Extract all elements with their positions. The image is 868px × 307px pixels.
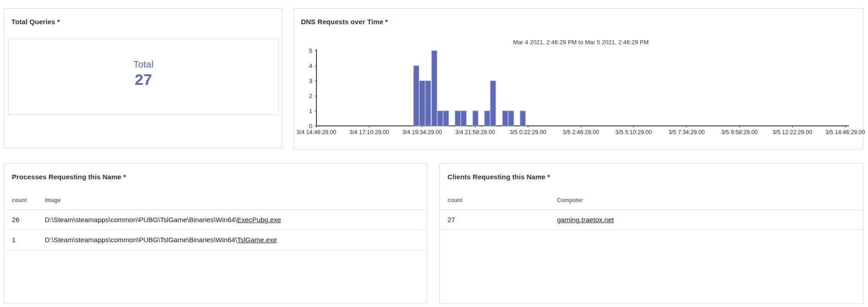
panel-title: Clients Requesting this Name * [447,173,550,181]
table-row: 26 D:\Steam\steamapps\common\PUBG\TslGam… [4,210,427,230]
histogram-bar[interactable] [502,111,508,126]
table-row: 27 gaming.traetox.net [440,210,863,230]
x-tick-label: 3/5 7:34:29.00 [668,129,705,135]
y-tick-label: 1 [309,108,312,114]
panel-clients-requesting: Clients Requesting this Name * count Com… [439,163,863,304]
processes-table: count Image 26 D:\Steam\steamapps\common… [4,191,427,250]
x-tick-label: 3/5 5:10:29.00 [615,129,652,135]
column-header-count: count [440,191,557,210]
dns-histogram-chart[interactable]: 0123453/4 14:46:29.003/4 17:10:29.003/4 … [294,9,863,148]
histogram-bar[interactable] [508,111,514,126]
path-prefix: D:\Steam\steamapps\common\PUBG\TslGame\B… [45,216,237,224]
histogram-bar[interactable] [443,111,449,126]
histogram-bar[interactable] [473,111,478,126]
y-tick-label: 2 [309,93,312,99]
column-header-computer: Computer [557,191,863,210]
cell-computer: gaming.traetox.net [557,210,863,230]
y-tick-label: 0 [309,123,312,130]
clients-table: count Computer 27 gaming.traetox.net [440,191,863,230]
metric: Total 27 [133,58,153,88]
histogram-bar[interactable] [520,111,526,126]
dashboard: Total Queries * Total 27 DNS Requests ov… [0,0,868,307]
x-tick-label: 3/4 14:46:29.00 [297,129,337,135]
metric-label: Total [133,58,153,70]
cell-image: D:\Steam\steamapps\common\PUBG\TslGame\B… [45,230,427,250]
metric-box: Total 27 [8,39,279,115]
x-tick-label: 3/5 14:46:29.00 [826,129,865,135]
column-header-image: Image [45,191,427,210]
histogram-bar[interactable] [420,81,425,126]
column-header-count: count [4,191,45,210]
x-tick-label: 3/5 0:22:29.00 [510,129,546,135]
y-tick-label: 5 [309,47,312,54]
path-prefix: D:\Steam\steamapps\common\PUBG\TslGame\B… [45,236,237,244]
panel-total-queries: Total Queries * Total 27 [4,8,282,148]
cell-image: D:\Steam\steamapps\common\PUBG\TslGame\B… [45,210,427,230]
histogram-bar[interactable] [431,51,437,126]
panel-dns-requests-over-time: DNS Requests over Time * Mar 4 2021, 2:4… [294,8,863,150]
histogram-bar[interactable] [437,111,443,126]
process-link[interactable]: ExecPubg.exe [237,216,281,224]
x-tick-label: 3/5 9:58:29.00 [721,129,758,135]
x-tick-label: 3/4 17:10:29.00 [349,129,389,135]
y-tick-label: 4 [309,62,312,69]
histogram-bar[interactable] [455,111,461,126]
histogram-bar[interactable] [461,111,467,126]
metric-value: 27 [133,70,153,88]
table-header-row: count Computer [440,191,863,210]
panel-processes-requesting: Processes Requesting this Name * count I… [4,163,427,304]
x-tick-label: 3/5 2:46:29.00 [563,129,599,135]
y-tick-label: 3 [309,78,312,84]
table-header-row: count Image [4,191,427,210]
histogram-bar[interactable] [484,111,490,126]
histogram-bar[interactable] [426,81,431,126]
x-tick-label: 3/5 12:22:29.00 [773,129,812,135]
x-tick-label: 3/4 21:58:29.00 [455,129,495,135]
client-link[interactable]: gaming.traetox.net [557,216,614,224]
histogram-bar[interactable] [414,66,419,126]
process-link[interactable]: TslGame.exe [237,236,277,244]
panel-title: Processes Requesting this Name * [12,173,126,181]
cell-count: 26 [4,210,45,230]
panel-title: Total Queries * [11,18,60,26]
table-row: 1 D:\Steam\steamapps\common\PUBG\TslGame… [4,230,427,250]
histogram-bar[interactable] [490,81,496,126]
x-tick-label: 3/4 19:34:29.00 [402,129,442,135]
cell-count: 27 [440,210,557,230]
cell-count: 1 [4,230,45,250]
